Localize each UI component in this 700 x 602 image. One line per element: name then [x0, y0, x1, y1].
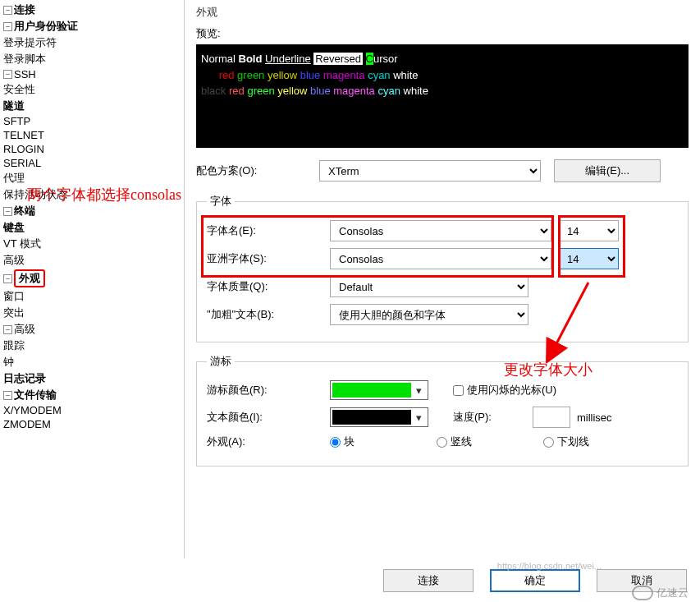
watermark-url: https://blog.csdn.net/wei... — [497, 561, 602, 571]
tree-bell[interactable]: 钟 — [3, 355, 14, 370]
blink-checkbox[interactable] — [453, 385, 464, 396]
tree-telnet[interactable]: TELNET — [3, 129, 44, 141]
speed-label: 速度(P): — [453, 410, 492, 425]
bold-text-select[interactable]: 使用大胆的颜色和字体 — [330, 304, 528, 325]
tree-keyboard[interactable]: 键盘 — [3, 220, 25, 235]
speed-input[interactable] — [533, 407, 570, 428]
tree-sftp[interactable]: SFTP — [3, 115, 30, 127]
collapse-icon[interactable]: − — [3, 325, 12, 334]
collapse-icon[interactable]: − — [3, 207, 12, 216]
cursor-underline-radio[interactable]: 下划线 — [543, 434, 589, 449]
cursor-color-picker[interactable]: ▾ — [330, 380, 428, 400]
font-fieldset: 字体 字体名(E): Consolas 14 亚洲字体(S): Consolas… — [196, 194, 689, 342]
text-color-picker[interactable]: ▾ — [330, 407, 428, 427]
cursor-appearance-label: 外观(A): — [207, 434, 330, 449]
chevron-down-icon: ▾ — [411, 384, 426, 397]
speed-unit: millisec — [577, 411, 612, 424]
tree-file-transfer[interactable]: 文件传输 — [14, 388, 57, 402]
bold-text-label: "加粗"文本(B): — [207, 307, 330, 322]
tree-logging[interactable]: 日志记录 — [3, 371, 46, 386]
tree-proxy[interactable]: 代理 — [3, 171, 25, 186]
text-color-label: 文本颜色(I): — [207, 410, 330, 425]
collapse-icon[interactable]: − — [3, 391, 12, 400]
annotation-font: 两个字体都选择consolas — [27, 185, 181, 204]
cursor-color-label: 游标颜色(R): — [207, 383, 330, 398]
tree-window[interactable]: 窗口 — [3, 289, 25, 304]
scheme-select[interactable]: XTerm — [319, 160, 541, 182]
watermark: 亿速云 — [632, 586, 689, 600]
tree-advanced-terminal[interactable]: 高级 — [3, 253, 25, 268]
settings-tree: −连接 −用户身份验证 登录提示符 登录脚本 −SSH 安全性 隧道 SFTP … — [0, 0, 185, 558]
collapse-icon[interactable]: − — [3, 274, 12, 283]
asia-font-select[interactable]: Consolas — [330, 248, 551, 269]
asia-font-size-select[interactable]: 14 — [558, 248, 619, 269]
tree-login-script[interactable]: 登录脚本 — [3, 52, 46, 67]
font-size-select[interactable]: 14 — [558, 220, 619, 241]
tree-trace[interactable]: 跟踪 — [3, 338, 25, 353]
cursor-block-radio[interactable]: 块 — [330, 434, 437, 449]
blink-checkbox-label[interactable]: 使用闪烁的光标(U) — [453, 383, 556, 398]
page-title: 外观 — [196, 5, 689, 20]
annotation-size: 更改字体大小 — [504, 360, 592, 379]
cursor-legend: 游标 — [207, 354, 235, 369]
tree-advanced[interactable]: 高级 — [14, 322, 35, 337]
tree-tunnel[interactable]: 隧道 — [3, 99, 25, 113]
connect-button[interactable]: 连接 — [383, 569, 474, 592]
asia-font-label: 亚洲字体(S): — [207, 251, 330, 266]
tree-highlight[interactable]: 突出 — [3, 306, 25, 320]
tree-security[interactable]: 安全性 — [3, 82, 35, 97]
tree-appearance[interactable]: 外观 — [14, 269, 45, 287]
ok-button[interactable]: 确定 — [490, 569, 580, 592]
tree-rlogin[interactable]: RLOGIN — [3, 143, 44, 155]
font-quality-label: 字体质量(Q): — [207, 279, 330, 294]
collapse-icon[interactable]: − — [3, 6, 12, 15]
collapse-icon[interactable]: − — [3, 22, 12, 31]
tree-auth[interactable]: 用户身份验证 — [14, 19, 78, 34]
cursor-vline-radio[interactable]: 竖线 — [437, 434, 543, 449]
tree-login-prompt[interactable]: 登录提示符 — [3, 35, 57, 50]
preview-box: Normal Bold Underline Reversed Cursor re… — [196, 44, 689, 148]
tree-terminal[interactable]: 终端 — [14, 204, 35, 218]
scheme-label: 配色方案(O): — [196, 163, 319, 178]
tree-serial[interactable]: SERIAL — [3, 157, 41, 169]
font-name-label: 字体名(E): — [207, 223, 330, 238]
edit-scheme-button[interactable]: 编辑(E)... — [554, 159, 661, 182]
collapse-icon[interactable]: − — [3, 70, 12, 79]
font-quality-select[interactable]: Default — [330, 276, 528, 297]
tree-zmodem[interactable]: ZMODEM — [3, 418, 51, 430]
main-panel: 外观 预览: Normal Bold Underline Reversed Cu… — [185, 0, 700, 558]
chevron-down-icon: ▾ — [411, 411, 426, 424]
cloud-icon — [632, 586, 653, 600]
tree-vt[interactable]: VT 模式 — [3, 237, 41, 251]
cursor-fieldset: 游标 游标颜色(R): ▾ 使用闪烁的光标(U) 文本颜色(I): ▾ 速度(P… — [196, 354, 689, 466]
tree-ssh[interactable]: SSH — [14, 68, 36, 80]
preview-label: 预览: — [196, 26, 689, 41]
tree-xymodem[interactable]: X/YMODEM — [3, 404, 62, 416]
tree-connection[interactable]: 连接 — [14, 2, 35, 17]
font-name-select[interactable]: Consolas — [330, 220, 551, 241]
font-legend: 字体 — [207, 194, 235, 209]
